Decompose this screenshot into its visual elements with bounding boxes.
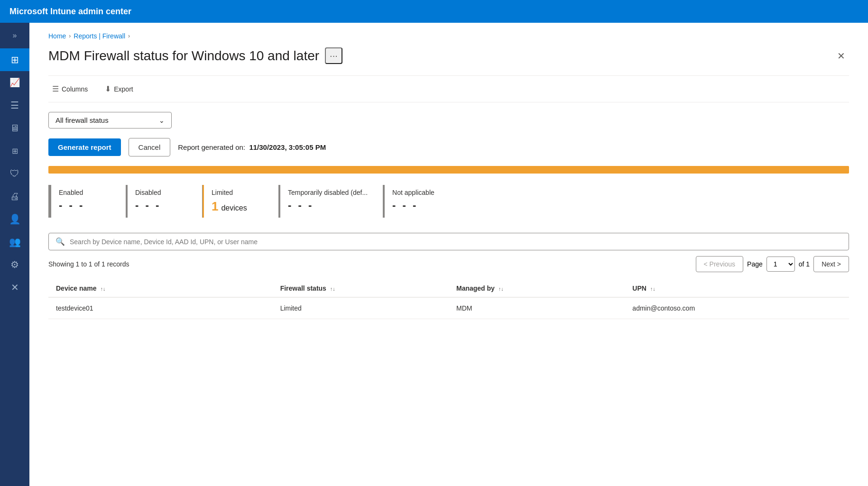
stat-temp-disabled-value: - - -: [288, 199, 368, 211]
table-row: testdevice01 Limited MDM admin@contoso.c…: [48, 297, 849, 319]
stats-row: Enabled - - - Disabled - - - Limited 1 d…: [48, 185, 849, 218]
next-button[interactable]: Next >: [813, 256, 849, 272]
generate-report-button[interactable]: Generate report: [48, 138, 121, 156]
app-title: Microsoft Intune admin center: [9, 7, 131, 17]
sort-icon-upn: ↑↓: [650, 286, 656, 292]
records-info: Showing 1 to 1 of 1 records: [48, 260, 129, 268]
search-icon: 🔍: [55, 237, 65, 246]
close-nav-icon: ✕: [11, 282, 19, 293]
stat-limited-count: 1: [212, 199, 218, 214]
columns-button[interactable]: ☰ Columns: [48, 82, 92, 96]
sidebar-collapse-btn[interactable]: »: [8, 27, 22, 45]
sidebar-item-menu[interactable]: ☰: [0, 94, 29, 117]
stat-disabled-value: - - -: [135, 199, 187, 211]
table-header-row: Device name ↑↓ Firewall status ↑↓ Manage…: [48, 280, 849, 297]
progress-bar: [48, 166, 849, 174]
previous-button[interactable]: < Previous: [696, 256, 744, 272]
cell-device-name: testdevice01: [48, 297, 273, 319]
stat-limited: Limited 1 devices: [203, 185, 278, 218]
stat-not-applicable: Not applicable - - -: [383, 185, 459, 218]
sort-icon-managed: ↑↓: [499, 286, 504, 292]
sidebar-item-devices[interactable]: 🖥: [0, 117, 29, 139]
sidebar-item-close[interactable]: ✕: [0, 276, 29, 299]
groups-icon: 👥: [9, 236, 21, 248]
filter-row: All firewall status ⌄: [48, 112, 849, 128]
cell-firewall-status: Limited: [273, 297, 449, 319]
breadcrumb-reports[interactable]: Reports | Firewall: [74, 32, 125, 40]
export-button[interactable]: ⬇ Export: [101, 82, 137, 96]
report-date-prefix: Report generated on:: [178, 143, 245, 151]
sort-icon-firewall: ↑↓: [330, 286, 335, 292]
sidebar-item-settings[interactable]: ⚙: [0, 253, 29, 276]
action-row: Generate report Cancel Report generated …: [48, 138, 849, 156]
sidebar-item-monitor[interactable]: 🖨: [0, 185, 29, 208]
sidebar-item-groups[interactable]: 👥: [0, 230, 29, 253]
col-header-device-name[interactable]: Device name ↑↓: [48, 280, 273, 297]
page-header: MDM Firewall status for Windows 10 and l…: [48, 47, 849, 64]
page-of-label: of 1: [799, 260, 810, 268]
cell-upn: admin@contoso.com: [625, 297, 849, 319]
more-options-button[interactable]: ···: [325, 47, 342, 64]
cell-managed-by: MDM: [449, 297, 625, 319]
stat-temp-disabled-label: Temporarily disabled (def...: [288, 189, 368, 196]
home-icon: ⊞: [11, 54, 19, 65]
stat-limited-unit: devices: [221, 204, 247, 212]
table-body: testdevice01 Limited MDM admin@contoso.c…: [48, 297, 849, 319]
page-label: Page: [747, 260, 763, 268]
apps-icon: ⊞: [12, 147, 18, 156]
data-table: Device name ↑↓ Firewall status ↑↓ Manage…: [48, 280, 849, 319]
breadcrumb: Home › Reports | Firewall ›: [48, 32, 849, 40]
top-bar: Microsoft Intune admin center: [0, 0, 868, 23]
pagination: < Previous Page 1 of 1 Next >: [696, 256, 849, 272]
report-date-value: 11/30/2023, 3:05:05 PM: [249, 143, 326, 151]
columns-label: Columns: [62, 85, 88, 93]
main-layout: » ⊞ 📈 ☰ 🖥 ⊞ 🛡 🖨 👤 👥 ⚙ ✕: [0, 23, 868, 486]
stat-enabled: Enabled - - -: [50, 185, 126, 218]
gear-icon: ⚙: [10, 259, 19, 270]
toolbar: ☰ Columns ⬇ Export: [48, 75, 849, 102]
sidebar-item-reports[interactable]: 📈: [0, 71, 29, 94]
monitor-icon: 🖨: [10, 191, 19, 202]
breadcrumb-home[interactable]: Home: [48, 32, 66, 40]
stat-not-applicable-value: - - -: [392, 199, 444, 211]
table-controls: Showing 1 to 1 of 1 records < Previous P…: [48, 256, 849, 272]
sidebar-item-security[interactable]: 🛡: [0, 162, 29, 185]
breadcrumb-sep-2: ›: [128, 33, 130, 39]
page-header-left: MDM Firewall status for Windows 10 and l…: [48, 47, 342, 64]
page-select-wrapper: Page 1 of 1: [747, 257, 810, 272]
page-title: MDM Firewall status for Windows 10 and l…: [48, 48, 319, 64]
menu-icon: ☰: [10, 100, 19, 111]
table-head: Device name ↑↓ Firewall status ↑↓ Manage…: [48, 280, 849, 297]
col-header-firewall-status[interactable]: Firewall status ↑↓: [273, 280, 449, 297]
sort-icon-device: ↑↓: [101, 286, 106, 292]
col-header-managed-by[interactable]: Managed by ↑↓: [449, 280, 625, 297]
search-wrapper: 🔍: [48, 233, 849, 250]
stat-enabled-value: - - -: [59, 199, 111, 211]
page-number-dropdown[interactable]: 1: [766, 257, 795, 272]
reports-icon: 📈: [9, 77, 20, 88]
breadcrumb-sep-1: ›: [69, 33, 71, 39]
export-icon: ⬇: [105, 84, 111, 93]
close-button[interactable]: ✕: [833, 48, 849, 64]
search-input[interactable]: [70, 238, 842, 246]
dropdown-value: All firewall status: [55, 116, 109, 124]
sidebar: » ⊞ 📈 ☰ 🖥 ⊞ 🛡 🖨 👤 👥 ⚙ ✕: [0, 23, 29, 486]
export-label: Export: [114, 85, 133, 93]
user-icon: 👤: [9, 213, 21, 225]
stat-enabled-label: Enabled: [59, 189, 111, 196]
stat-not-applicable-label: Not applicable: [392, 189, 444, 196]
col-firewall-label: Firewall status: [280, 284, 326, 292]
stat-temp-disabled: Temporarily disabled (def... - - -: [279, 185, 383, 218]
cancel-button[interactable]: Cancel: [129, 138, 171, 156]
devices-icon: 🖥: [10, 123, 19, 134]
stat-disabled: Disabled - - -: [126, 185, 202, 218]
sidebar-item-apps[interactable]: ⊞: [0, 139, 29, 162]
columns-icon: ☰: [52, 84, 59, 93]
firewall-status-dropdown[interactable]: All firewall status ⌄: [48, 112, 172, 128]
col-header-upn[interactable]: UPN ↑↓: [625, 280, 849, 297]
stat-disabled-label: Disabled: [135, 189, 187, 196]
sidebar-item-home[interactable]: ⊞: [0, 48, 29, 71]
col-device-label: Device name: [56, 284, 97, 292]
stat-limited-label: Limited: [212, 189, 263, 196]
sidebar-item-users[interactable]: 👤: [0, 208, 29, 230]
